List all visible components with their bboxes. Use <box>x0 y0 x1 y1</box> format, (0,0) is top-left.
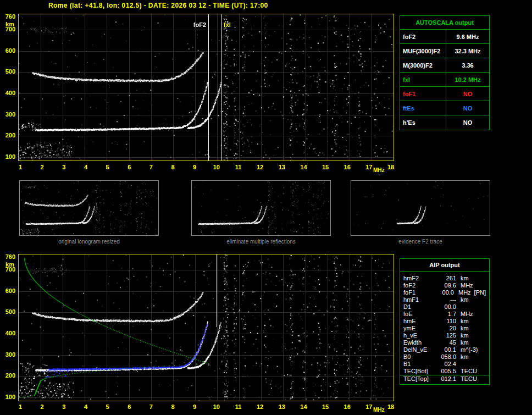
autoscala-param-value: NO <box>446 87 489 101</box>
aip-param-value: 00.1 <box>435 346 456 353</box>
y-axis-unit-label: km <box>5 261 14 268</box>
aip-param-value: 00.0 <box>435 303 456 311</box>
x-axis-tick-label: 11 <box>235 164 242 170</box>
x-axis-tick-label: 8 <box>171 403 174 410</box>
aip-param-unit: MHz <box>456 311 473 318</box>
aip-row: hmF2261km <box>400 275 489 282</box>
y-axis-tick-label: 400 <box>5 330 15 336</box>
x-axis-tick-label: 7 <box>149 164 153 170</box>
x-axis-tick-label: 12 <box>257 403 263 410</box>
aip-param-unit: km <box>456 296 469 303</box>
x-axis-tick-label: 16 <box>344 164 351 170</box>
x-axis-tick-label: 14 <box>300 164 307 170</box>
thumbnail-no-multiples <box>191 180 331 236</box>
x-axis-tick-label: 6 <box>128 164 131 170</box>
autoscala-param-value: 32.3 MHz <box>446 44 489 58</box>
aip-param-value: 058.0 <box>435 353 456 361</box>
aip-row: Ewidth45km <box>400 339 489 346</box>
aip-param-label: h_vE <box>403 332 435 339</box>
aip-row: D100.0 <box>400 303 489 311</box>
bottom-ionogram-panel <box>18 254 394 401</box>
x-axis-tick-label: 14 <box>300 403 307 410</box>
aip-param-flag: [PN] <box>474 289 486 296</box>
x-axis-tick-label: 17 <box>365 164 372 170</box>
x-axis-tick-label: 8 <box>171 164 174 170</box>
aip-row: hmF1---km <box>400 296 489 303</box>
aip-param-value: 125 <box>435 332 456 339</box>
autoscala-param-value: 10.2 MHz <box>446 73 489 86</box>
aip-row: foF100.0MHz[PN] <box>400 289 489 296</box>
top-plot-x-axis: 123456789101112131415161718MHz <box>18 163 403 174</box>
aip-row: hmE110km <box>400 318 489 325</box>
aip-row: ymE20km <box>400 325 489 332</box>
aip-table-title: AIP output <box>400 259 489 272</box>
thumbnail-f2-trace-canvas <box>351 181 490 235</box>
aip-param-label: hmF2 <box>403 275 435 282</box>
y-axis-tick-label: 100 <box>5 154 15 160</box>
autoscala-row: MUF(3000)F232.3 MHz <box>400 44 489 58</box>
aip-row: TEC[Top]012.1TECU <box>400 375 489 383</box>
autoscala-row: foF1NO <box>400 87 489 101</box>
aip-param-unit: TECU <box>456 375 477 383</box>
x-axis-tick-label: 12 <box>257 164 263 170</box>
autoscala-param-value: NO <box>446 115 489 130</box>
aip-param-label: B0 <box>403 353 435 361</box>
aip-param-unit <box>456 303 461 311</box>
x-axis-tick-label: 15 <box>322 164 329 170</box>
aip-param-value: 110 <box>435 318 456 325</box>
top-plot-y-axis: 760700600500400300200100km <box>0 14 17 161</box>
aip-param-label: Ewidth <box>403 339 435 346</box>
autoscala-param-label: foF1 <box>400 87 446 101</box>
thumbnail-original-ionogram <box>19 180 159 236</box>
station-date-header: Rome (lat: +41.8, lon: 012.5) - DATE: 20… <box>48 2 268 9</box>
y-axis-tick-label: 400 <box>5 90 15 96</box>
autoscala-row: foF29.6 MHz <box>400 30 489 44</box>
bottom-plot-y-axis: 760700600500400300200100km <box>0 254 17 401</box>
y-axis-unit-label: km <box>5 21 14 27</box>
thumbnail-original-canvas <box>20 181 158 235</box>
y-axis-tick-label: 600 <box>5 48 15 54</box>
autoscala-output-table: AUTOSCALA output foF29.6 MHzMUF(3000)F23… <box>400 15 490 130</box>
autoscala-row: ftEsNO <box>400 101 489 115</box>
aip-param-unit <box>456 361 461 368</box>
aip-param-label: foF2 <box>403 282 435 289</box>
aip-param-unit: km <box>456 353 469 361</box>
aip-param-label: hmE <box>403 318 435 325</box>
aip-param-value: 012.1 <box>435 375 456 383</box>
x-axis-tick-label: 6 <box>128 403 131 410</box>
aip-param-label: foF1 <box>403 289 434 296</box>
aip-row: h_vE125km <box>400 332 489 339</box>
aip-param-label: TEC[Top] <box>403 375 435 383</box>
aip-param-value: 20 <box>435 325 456 332</box>
x-axis-tick-label: 3 <box>62 164 65 170</box>
x-axis-tick-label: 9 <box>193 403 196 410</box>
aip-param-unit: km <box>456 339 469 346</box>
autoscala-param-value: NO <box>446 101 489 115</box>
autoscala-param-label: foF2 <box>400 30 446 43</box>
y-axis-tick-label: 600 <box>5 288 15 294</box>
aip-param-unit: TECU <box>456 368 477 375</box>
x-axis-unit-label: MHz <box>373 167 385 173</box>
autoscala-app-window: Rome (lat: +41.8, lon: 012.5) - DATE: 20… <box>0 0 532 415</box>
thumbnail-no-multiples-canvas <box>192 181 330 235</box>
autoscala-table-body: foF29.6 MHzMUF(3000)F232.3 MHzM(3000)F23… <box>400 30 489 130</box>
aip-param-unit: MHz <box>454 289 471 296</box>
x-axis-tick-label: 2 <box>41 164 44 170</box>
aip-table-body: hmF2261kmfoF209.6MHzfoF100.0MHz[PN]hmF1-… <box>400 272 489 383</box>
thumbnail-caption-evidence: evidence F2 trace <box>351 239 490 245</box>
x-axis-tick-label: 1 <box>19 403 22 410</box>
aip-param-value: 09.6 <box>435 282 456 289</box>
x-axis-tick-label: 5 <box>106 164 109 170</box>
x-axis-tick-label: 17 <box>365 403 372 410</box>
aip-param-value: 005.5 <box>435 368 456 375</box>
autoscala-param-label: fxl <box>400 73 446 86</box>
aip-row: B0058.0km <box>400 353 489 361</box>
y-axis-tick-label: 200 <box>5 132 15 139</box>
autoscala-param-value: 3.36 <box>446 58 489 72</box>
thumbnail-caption-original: original ionogram resized <box>19 239 159 245</box>
aip-param-value: 00.0 <box>434 289 454 296</box>
x-axis-tick-label: 2 <box>41 403 44 410</box>
x-axis-tick-label: 1 <box>19 164 22 170</box>
y-axis-tick-label: 760 <box>5 254 15 260</box>
aip-param-unit: km <box>456 275 469 282</box>
